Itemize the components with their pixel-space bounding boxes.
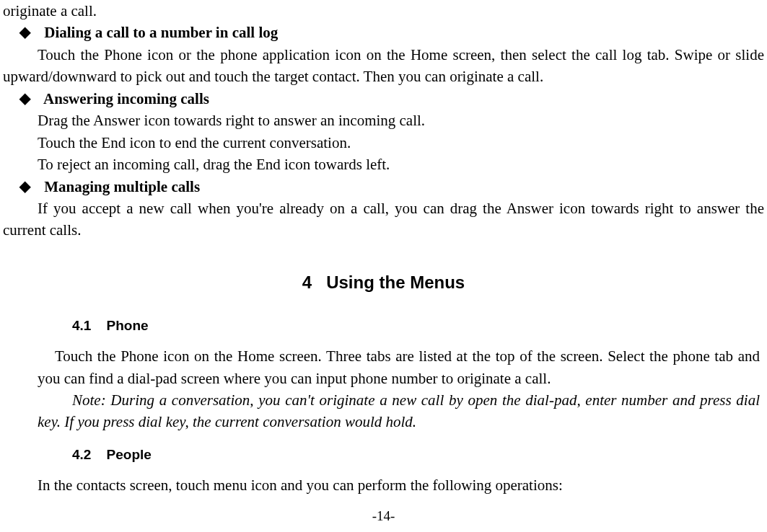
- section-phone-body: Touch the Phone icon on the Home screen.…: [38, 345, 760, 389]
- diamond-bullet-icon: ◆: [13, 176, 36, 197]
- bullet-answering-line3: To reject an incoming call, drag the End…: [3, 154, 764, 175]
- bullet-dialing-body: Touch the Phone icon or the phone applic…: [3, 44, 764, 88]
- bullet-answering-heading: Answering incoming calls: [43, 90, 209, 107]
- bullet-multiple-body: If you accept a new call when you're alr…: [3, 198, 764, 241]
- bullet-multiple-heading: Managing multiple calls: [44, 178, 200, 195]
- bullet-dialing: ◆ Dialing a call to a number in call log: [3, 22, 764, 43]
- section-phone-title: Phone: [107, 318, 149, 333]
- section-phone-number: 4.1: [72, 318, 91, 333]
- bullet-answering-line2: Touch the End icon to end the current co…: [3, 132, 764, 154]
- section-people-number: 4.2: [72, 447, 91, 462]
- section-people-title: People: [107, 447, 152, 462]
- bullet-multiple: ◆ Managing multiple calls: [3, 176, 764, 198]
- section-phone-note: Note: During a conversation, you can't o…: [38, 389, 760, 433]
- diamond-bullet-icon: ◆: [13, 22, 36, 43]
- bullet-answering: ◆ Answering incoming calls: [3, 88, 764, 110]
- chapter-title-text: Using the Menus: [326, 272, 465, 292]
- chapter-number: 4: [302, 272, 312, 292]
- section-people-body: In the contacts screen, touch menu icon …: [3, 474, 764, 496]
- section-phone-heading: 4.1 Phone: [72, 316, 764, 336]
- chapter-title: 4 Using the Menus: [3, 270, 764, 296]
- fragment-top: originate a call.: [3, 0, 764, 22]
- page-number: -14-: [0, 506, 767, 526]
- diamond-bullet-icon: ◆: [13, 88, 36, 109]
- section-people-heading: 4.2 People: [72, 445, 764, 465]
- bullet-answering-line1: Drag the Answer icon towards right to an…: [3, 110, 764, 131]
- bullet-dialing-heading: Dialing a call to a number in call log: [44, 24, 278, 41]
